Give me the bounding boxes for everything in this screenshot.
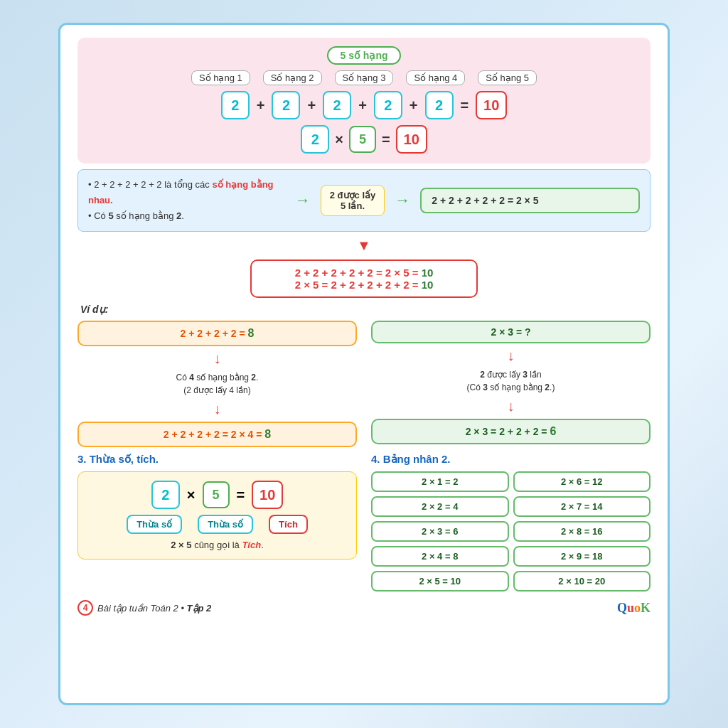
mult-cell-4-1: 2 × 4 = 8	[371, 546, 509, 567]
arrow-down-3: ↓	[214, 401, 221, 417]
s3-times: ×	[187, 487, 196, 503]
mult-num-5: 5	[349, 126, 376, 153]
section3: 3. Thừa số, tích. 2 × 5 = 10 Thừa số Thừ…	[77, 453, 357, 560]
mult-table: 2 × 1 = 2 2 × 6 = 12 2 × 2 = 4 2 × 7 = 1…	[371, 471, 651, 592]
arrow-down-2: ↓	[214, 350, 221, 367]
s3-num-2: 2	[151, 481, 180, 509]
eq-2: =	[382, 132, 390, 148]
mult-num-2: 2	[301, 125, 329, 154]
labels-demo-row: Thừa số Thừa số Tích	[127, 515, 308, 534]
so-hang-badge: 5 số hạng	[327, 46, 400, 65]
multiply-row: 2 × 5 = 10	[301, 125, 427, 154]
num-2-5: 2	[425, 91, 454, 119]
bullet-text: • 2 + 2 + 2 + 2 + 2 là tổng các số hạng …	[88, 177, 285, 224]
s3-label2: Thừa số	[198, 515, 253, 534]
examples-row: 2 + 2 + 2 + 2 = 8 ↓ Có 4 số hạng bằng 2.…	[77, 321, 651, 447]
red-eq-line2: 2 × 5 = 2 + 2 + 2 + 2 + 2 = 10	[266, 279, 462, 291]
section4-title: 4. Bảng nhân 2.	[371, 453, 651, 466]
right-eq-text: 2 + 2 + 2 + 2 + 2 = 2 × 5	[432, 195, 538, 206]
right-equation: 2 + 2 + 2 + 2 + 2 = 2 × 5	[420, 188, 640, 213]
example-left: 2 + 2 + 2 + 2 = 8 ↓ Có 4 số hạng bằng 2.…	[77, 321, 357, 447]
multiply-demo-row: 2 × 5 = 10	[151, 481, 283, 509]
bullet-2: • Có 5 số hạng bằng 2.	[88, 208, 285, 224]
num-2-3: 2	[323, 91, 351, 119]
blue-section: • 2 + 2 + 2 + 2 + 2 là tổng các số hạng …	[77, 169, 651, 232]
footer: 4 Bài tập tuần Toán 2 • Tập 2 QuoK	[77, 597, 651, 616]
times-sign: ×	[335, 132, 343, 148]
label-so-hang-2: Số hạng 2	[263, 70, 322, 85]
page-number-circle: 4	[77, 600, 93, 616]
eq-1: =	[461, 97, 469, 114]
arrow-right-2: →	[395, 191, 410, 210]
took-box: 2 được lấy 5 lần.	[321, 185, 385, 216]
label-so-hang-5: Số hạng 5	[478, 70, 537, 85]
labels-row: Số hạng 1 Số hạng 2 Số hạng 3 Số hạng 4 …	[191, 70, 537, 85]
plus-4: +	[410, 97, 418, 114]
mult-cell-2-1: 2 × 2 = 4	[371, 496, 509, 517]
num-2-2: 2	[272, 91, 300, 119]
s3-num-5: 5	[203, 481, 230, 508]
mult-cell-5-1: 2 × 5 = 10	[371, 571, 509, 592]
plus-1: +	[257, 97, 265, 114]
mult-cell-1-1: 2 × 1 = 2	[371, 471, 509, 492]
example-left-eq1: 2 + 2 + 2 + 2 = 8	[77, 321, 357, 346]
bullet-1: • 2 + 2 + 2 + 2 + 2 là tổng các số hạng …	[88, 177, 285, 208]
took-line1: 2 được lấy	[330, 190, 375, 200]
section4: 4. Bảng nhân 2. 2 × 1 = 2 2 × 6 = 12 2 ×…	[371, 453, 651, 592]
label-so-hang-4: Số hạng 4	[406, 70, 465, 85]
logo: QuoK	[617, 601, 651, 616]
red-eq-box: 2 + 2 + 2 + 2 + 2 = 2 × 5 = 10 2 × 5 = 2…	[250, 259, 478, 298]
footer-left: 4 Bài tập tuần Toán 2 • Tập 2	[77, 600, 211, 616]
s3-result-10: 10	[252, 481, 283, 509]
example-right-desc: 2 được lấy 3 lần (Có 3 số hạng bằng 2.)	[467, 368, 555, 394]
example-right: 2 × 3 = ? ↓ 2 được lấy 3 lần (Có 3 số hạ…	[371, 321, 651, 444]
bottom-sections: 3. Thừa số, tích. 2 × 5 = 10 Thừa số Thừ…	[77, 453, 651, 592]
s3-eq: =	[237, 487, 245, 503]
example-label: Ví dụ:	[80, 304, 651, 315]
section3-box: 2 × 5 = 10 Thừa số Thừa số Tích 2 × 5 cũ…	[77, 471, 357, 560]
numbers-row: 2 + 2 + 2 + 2 + 2 = 10	[221, 91, 507, 119]
num-2-1: 2	[221, 91, 250, 119]
arrow-down-1: ▼	[77, 237, 651, 254]
red-eq-line1: 2 + 2 + 2 + 2 + 2 = 2 × 5 = 10	[266, 267, 462, 279]
s3-also-text: 2 × 5 cũng gọi là Tích.	[171, 540, 264, 550]
mult-cell-3-2: 2 × 8 = 16	[513, 521, 651, 542]
s3-label3: Tích	[269, 515, 308, 534]
arrow-down-5: ↓	[508, 398, 515, 414]
example-right-eq1: 2 × 3 = ?	[371, 321, 651, 343]
mult-cell-1-2: 2 × 6 = 12	[513, 471, 651, 492]
label-so-hang-3: Số hạng 3	[335, 70, 394, 85]
footer-bold: Tập 2	[187, 603, 212, 614]
mult-cell-3-1: 2 × 3 = 6	[371, 521, 509, 542]
plus-3: +	[358, 97, 367, 114]
label-so-hang-1: Số hạng 1	[191, 70, 250, 85]
arrow-down-4: ↓	[508, 348, 515, 364]
num-result-10: 10	[476, 91, 507, 119]
pink-section: 5 số hạng Số hạng 1 Số hạng 2 Số hạng 3 …	[77, 38, 651, 164]
section3-title: 3. Thừa số, tích.	[77, 453, 357, 466]
took-line2: 5 lần.	[330, 200, 375, 211]
red-eq-container: 2 + 2 + 2 + 2 + 2 = 2 × 5 = 10 2 × 5 = 2…	[77, 259, 651, 298]
num-2-4: 2	[374, 91, 402, 119]
example-right-eq2: 2 × 3 = 2 + 2 + 2 = 6	[371, 419, 651, 444]
s3-label1: Thừa số	[127, 515, 182, 534]
example-left-desc: Có 4 số hạng bằng 2. (2 được lấy 4 lần)	[176, 371, 259, 397]
mult-cell-4-2: 2 × 9 = 18	[513, 546, 651, 567]
mult-cell-5-2: 2 × 10 = 20	[513, 571, 651, 592]
mult-result-10: 10	[396, 125, 427, 154]
arrow-right-1: →	[295, 191, 311, 210]
mult-cell-2-2: 2 × 7 = 14	[513, 496, 651, 517]
example-left-eq2: 2 + 2 + 2 + 2 = 2 × 4 = 8	[77, 422, 357, 447]
footer-text: Bài tập tuần Toán 2 • Tập 2	[97, 603, 211, 614]
plus-2: +	[307, 97, 316, 114]
page: 5 số hạng Số hạng 1 Số hạng 2 Số hạng 3 …	[58, 23, 670, 705]
